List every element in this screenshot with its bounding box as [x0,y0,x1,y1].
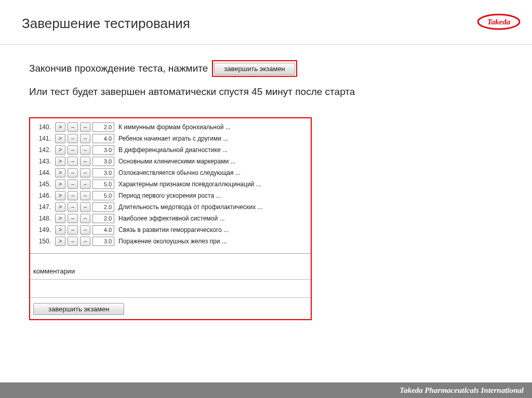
question-text: К иммунным формам бронхиальной ... [116,123,231,131]
score-value[interactable]: 3.0 [92,157,114,166]
comments-label: комментарии [30,254,311,279]
comments-textarea[interactable] [30,279,311,298]
chevron-icon[interactable]: > [55,134,65,143]
minus-button[interactable]: – [68,191,78,200]
question-row: 143.>––3.0Основными клиническими маркера… [33,156,308,167]
intro-line-1: Закончив прохождение теста, нажмите заве… [29,60,532,77]
minus-button[interactable]: – [80,122,90,132]
score-value[interactable]: 4.0 [92,134,114,143]
question-text: Озлокачествляется обычно следующая ... [116,169,241,176]
chevron-icon[interactable]: > [55,180,65,189]
question-number: 146. [33,192,53,199]
page-title: Завершение тестирования [22,16,190,32]
question-number: 142. [33,146,53,154]
questions-list: 140.>––2.0К иммунным формам бронхиальной… [30,118,311,248]
question-row: 140.>––2.0К иммунным формам бронхиальной… [33,121,308,133]
score-value[interactable]: 3.0 [92,145,114,155]
minus-button[interactable]: – [80,180,90,189]
finish-exam-button-inline[interactable]: завершить экзамен [214,63,295,75]
minus-button[interactable]: – [68,122,78,132]
question-row: 141.>––4.0Ребенок начинает играть с друг… [33,133,308,144]
minus-button[interactable]: – [68,237,78,246]
minus-button[interactable]: – [80,225,90,235]
question-row: 144.>––3.0Озлокачествляется обычно следу… [33,167,308,179]
question-text: Характерным признаком псевдогаллюцинаций… [116,181,261,188]
minus-button[interactable]: – [80,134,90,143]
question-row: 147.>––2.0Длительность медотвода от проф… [33,201,308,213]
slide-header: Завершение тестирования Takeda [0,0,532,45]
minus-button[interactable]: – [68,180,78,189]
question-number: 144. [33,169,53,176]
bottom-bar: Takeda Pharmaceuticals International [0,382,532,398]
question-number: 143. [33,158,53,165]
question-number: 141. [33,135,53,142]
question-text: Связь в развитии геморрагического ... [116,226,229,234]
chevron-icon[interactable]: > [55,214,65,223]
question-row: 150.>––3.0Поражение околоушных желез при… [33,236,308,247]
minus-button[interactable]: – [80,191,90,200]
question-text: В дифференциальной диагностике ... [116,146,228,154]
chevron-icon[interactable]: > [55,122,65,132]
score-value[interactable]: 3.0 [92,237,114,246]
slide-content: Закончив прохождение теста, нажмите заве… [0,45,532,320]
score-value[interactable]: 2.0 [92,214,114,223]
minus-button[interactable]: – [68,157,78,166]
takeda-logo: Takeda [476,11,522,34]
question-number: 150. [33,238,53,245]
question-number: 148. [33,215,53,222]
chevron-icon[interactable]: > [55,191,65,200]
minus-button[interactable]: – [80,202,90,212]
question-text: Ребенок начинает играть с другими ... [116,135,228,142]
question-number: 149. [33,226,53,234]
chevron-icon[interactable]: > [55,168,65,177]
question-number: 147. [33,203,53,211]
footer-text: Takeda Pharmaceuticals International [400,386,524,395]
question-number: 145. [33,181,53,188]
minus-button[interactable]: – [68,214,78,223]
chevron-icon[interactable]: > [55,202,65,212]
minus-button[interactable]: – [68,202,78,212]
question-text: Период первого ускорения роста ... [116,192,221,199]
score-value[interactable]: 3.0 [92,168,114,177]
minus-button[interactable]: – [68,145,78,155]
logo-text: Takeda [487,18,511,26]
chevron-icon[interactable]: > [55,225,65,235]
score-value[interactable]: 4.0 [92,225,114,235]
score-value[interactable]: 5.0 [92,180,114,189]
finish-exam-button[interactable]: завершить экзамен [33,303,124,315]
minus-button[interactable]: – [80,157,90,166]
question-text: Наиболее эффективной системой ... [116,215,225,222]
question-row: 146.>––5.0Период первого ускорения роста… [33,190,308,201]
finish-button-highlight: завершить экзамен [212,60,297,77]
question-text: Поражение околоушных желез при ... [116,238,227,245]
score-value[interactable]: 2.0 [92,202,114,212]
minus-button[interactable]: – [68,134,78,143]
question-row: 145.>––5.0Характерным признаком псевдога… [33,179,308,190]
questions-panel: 140.>––2.0К иммунным формам бронхиальной… [29,117,312,320]
intro-line-2: Или тест будет завершен автоматически сп… [29,86,532,98]
minus-button[interactable]: – [68,168,78,177]
score-value[interactable]: 2.0 [92,122,114,132]
intro-prefix: Закончив прохождение теста, нажмите [29,63,208,74]
question-row: 142.>––3.0В дифференциальной диагностике… [33,144,308,156]
chevron-icon[interactable]: > [55,237,65,246]
minus-button[interactable]: – [68,225,78,235]
question-text: Длительность медотвода от профилактическ… [116,203,262,211]
question-number: 140. [33,123,53,131]
question-row: 148.>––2.0Наиболее эффективной системой … [33,213,308,224]
question-row: 149.>––4.0Связь в развитии геморрагическ… [33,224,308,236]
score-value[interactable]: 5.0 [92,191,114,200]
chevron-icon[interactable]: > [55,157,65,166]
minus-button[interactable]: – [80,237,90,246]
minus-button[interactable]: – [80,214,90,223]
panel-footer: завершить экзамен [30,298,311,319]
chevron-icon[interactable]: > [55,145,65,155]
minus-button[interactable]: – [80,168,90,177]
question-text: Основными клиническими маркерами ... [116,158,235,165]
minus-button[interactable]: – [80,145,90,155]
